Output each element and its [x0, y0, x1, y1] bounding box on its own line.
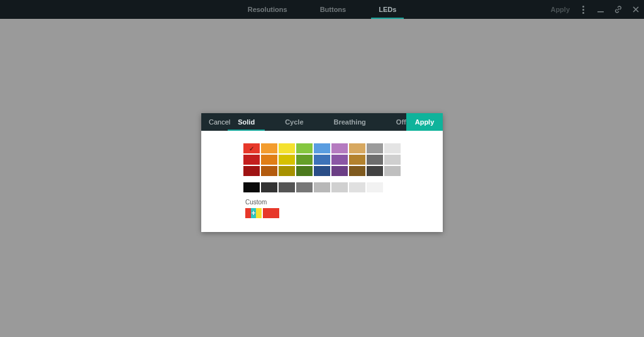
tab-label: Solid [238, 118, 255, 126]
tab-label: Breathing [334, 118, 366, 126]
color-swatch[interactable] [349, 155, 365, 165]
tab-resolutions[interactable]: Resolutions [244, 0, 291, 19]
tab-leds[interactable]: LEDs [375, 0, 400, 19]
color-swatch[interactable] [314, 182, 330, 192]
color-swatch[interactable] [243, 182, 260, 192]
header-tabs: Resolutions Buttons LEDs [0, 0, 644, 19]
palette-row [243, 166, 401, 176]
color-swatch[interactable] [243, 166, 260, 176]
palette-row [243, 155, 401, 165]
header-right-controls: Apply [550, 0, 640, 19]
palette-wrap: Custom + [214, 143, 430, 218]
apply-top-button: Apply [550, 6, 570, 13]
color-swatch[interactable] [261, 166, 277, 176]
led-color-dialog: Cancel Solid Cycle Breathing Off Apply C… [201, 113, 443, 232]
color-swatch[interactable] [279, 143, 295, 153]
kebab-menu-icon[interactable] [579, 6, 587, 14]
minimize-icon[interactable] [596, 5, 605, 14]
color-swatch[interactable] [384, 182, 401, 192]
color-swatch[interactable] [384, 166, 401, 176]
custom-row: + [245, 208, 279, 218]
color-swatch[interactable] [331, 143, 348, 153]
color-swatch[interactable] [279, 182, 295, 192]
tab-breathing[interactable]: Breathing [334, 113, 366, 131]
color-swatch[interactable] [367, 155, 383, 165]
tab-off[interactable]: Off [396, 113, 406, 131]
custom-color-swatch[interactable] [263, 208, 279, 218]
color-swatch[interactable] [261, 143, 277, 153]
color-swatch[interactable] [367, 143, 383, 153]
color-palette [243, 143, 401, 176]
color-swatch[interactable] [261, 182, 277, 192]
color-swatch[interactable] [296, 182, 313, 192]
close-icon[interactable] [631, 5, 640, 14]
svg-rect-0 [597, 11, 604, 13]
link-icon[interactable] [614, 5, 623, 14]
dialog-header: Cancel Solid Cycle Breathing Off Apply [201, 113, 443, 131]
apply-button[interactable]: Apply [406, 113, 443, 131]
dialog-tabs: Solid Cycle Breathing Off [238, 113, 406, 131]
color-swatch[interactable] [243, 155, 260, 165]
color-swatch[interactable] [384, 155, 401, 165]
tab-label: Buttons [320, 6, 347, 13]
custom-label: Custom [245, 199, 279, 206]
color-swatch[interactable] [296, 155, 313, 165]
color-swatch[interactable] [367, 182, 383, 192]
color-swatch[interactable] [331, 155, 348, 165]
tab-label: Cycle [285, 118, 303, 126]
tab-buttons[interactable]: Buttons [316, 0, 350, 19]
tab-label: Resolutions [248, 6, 287, 13]
color-swatch[interactable] [349, 143, 365, 153]
tab-solid[interactable]: Solid [238, 113, 255, 131]
plus-icon: + [245, 208, 262, 218]
color-swatch[interactable] [296, 143, 313, 153]
dialog-body: Custom + [201, 131, 443, 232]
palette-row [243, 143, 401, 153]
color-swatch[interactable] [331, 166, 348, 176]
color-swatch[interactable] [314, 155, 330, 165]
palette-row [243, 182, 401, 192]
cancel-button[interactable]: Cancel [201, 113, 238, 131]
color-swatch[interactable] [331, 182, 348, 192]
tab-label: Off [396, 118, 406, 126]
add-custom-color-button[interactable]: + [245, 208, 262, 218]
color-swatch[interactable] [279, 166, 295, 176]
color-swatch[interactable] [279, 155, 295, 165]
color-swatch[interactable] [296, 166, 313, 176]
color-swatch[interactable] [384, 143, 401, 153]
color-swatch[interactable] [314, 166, 330, 176]
custom-block: Custom + [245, 199, 279, 218]
tab-cycle[interactable]: Cycle [285, 113, 303, 131]
color-swatch[interactable] [349, 182, 365, 192]
color-swatch[interactable] [367, 166, 383, 176]
header-bar: Resolutions Buttons LEDs Apply [0, 0, 644, 19]
color-swatch[interactable] [314, 143, 330, 153]
color-swatch[interactable] [261, 155, 277, 165]
gray-palette [243, 182, 401, 192]
tab-label: LEDs [379, 6, 396, 13]
color-swatch[interactable] [349, 166, 365, 176]
color-swatch[interactable] [243, 143, 260, 153]
